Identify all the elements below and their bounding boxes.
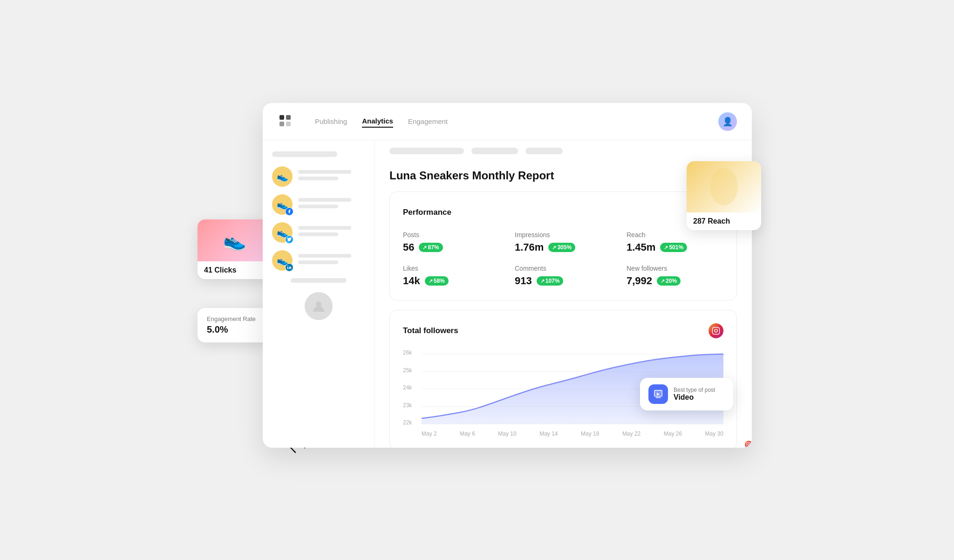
performance-card: Performance Posts (389, 191, 737, 300)
metric-likes-label: Likes (403, 265, 500, 272)
sidebar-avatar-instagram: 👟 (272, 166, 293, 187)
sidebar-line (298, 198, 351, 202)
float-reach-image (687, 161, 761, 212)
sidebar: 👟 👟 (263, 140, 375, 448)
float-reach-card: 287 Reach (687, 161, 761, 230)
sidebar-lines-1 (298, 170, 365, 183)
sidebar-item-linkedin[interactable]: 👟 (272, 250, 365, 271)
svg-rect-0 (279, 115, 284, 120)
svg-rect-4 (747, 443, 750, 446)
y-axis: 26k 25k 24k 23k 22k (403, 349, 422, 437)
sidebar-line (298, 232, 338, 236)
sidebar-line (298, 170, 351, 174)
sidebar-item-twitter[interactable]: 👟 (272, 222, 365, 243)
followers-instagram-icon (709, 323, 723, 338)
svg-point-15 (717, 328, 718, 329)
y-label-25k: 25k (403, 367, 422, 374)
sidebar-line (298, 177, 338, 180)
float-clicks-image: 👟 (198, 219, 272, 261)
sidebar-bottom-bar (291, 278, 347, 283)
metrics-grid: Posts 56 87% Impressions 1.76m 305% (403, 231, 723, 287)
y-label-24k: 24k (403, 384, 422, 391)
metric-impressions-label: Impressions (515, 231, 612, 239)
svg-rect-22 (654, 390, 662, 396)
engagement-rate-value: 5.0% (207, 324, 263, 335)
svg-rect-1 (286, 115, 291, 120)
x-label-may18: May 18 (581, 430, 599, 437)
metric-reach-label: Reach (627, 231, 723, 239)
sidebar-lines-3 (298, 226, 365, 239)
svg-point-6 (750, 443, 750, 444)
y-label-23k: 23k (403, 402, 422, 409)
filter-pill-2[interactable] (471, 148, 518, 154)
metric-likes-value: 14k (403, 275, 420, 287)
sidebar-line (298, 226, 351, 230)
metric-impressions-value: 1.76m (515, 241, 544, 253)
sidebar-lines-2 (298, 198, 365, 211)
svg-point-5 (748, 444, 749, 445)
engagement-rate-title: Engagement Rate (207, 315, 263, 322)
metric-impressions-value-row: 1.76m 305% (515, 241, 612, 253)
metric-new-followers-value-row: 7,992 20% (627, 275, 723, 287)
metric-comments-badge: 107% (537, 276, 564, 286)
metric-new-followers-badge: 20% (657, 276, 681, 286)
nav-engagement[interactable]: Engagement (408, 116, 448, 127)
metric-reach-badge: 501% (660, 243, 687, 252)
svg-rect-13 (713, 328, 720, 335)
report-title: Luna Sneakers Monthly Report (389, 169, 554, 182)
facebook-badge (285, 207, 293, 216)
metric-likes-badge: 58% (425, 276, 449, 286)
metric-posts-label: Posts (403, 231, 500, 239)
svg-point-14 (715, 329, 717, 332)
metric-impressions: Impressions 1.76m 305% (515, 231, 612, 253)
svg-rect-24 (656, 397, 661, 398)
best-post-title: Best type of post (674, 387, 715, 393)
metric-new-followers: New followers 7,992 20% (627, 265, 723, 287)
metric-new-followers-value: 7,992 (627, 275, 652, 287)
metric-likes-value-row: 14k 58% (403, 275, 500, 287)
best-post-value: Video (674, 393, 715, 402)
best-post-text: Best type of post Video (674, 387, 715, 402)
float-engagement-card: Engagement Rate 5.0% (198, 308, 272, 342)
metric-posts: Posts 56 87% (403, 231, 500, 253)
sidebar-avatar-twitter: 👟 (272, 222, 293, 243)
navigation: Publishing Analytics Engagement 👤 (263, 103, 752, 140)
instagram-badge (744, 440, 752, 448)
filter-pill-1[interactable] (389, 148, 464, 154)
filter-pill-3[interactable] (525, 148, 563, 154)
metric-impressions-badge: 305% (548, 243, 575, 252)
sidebar-profile-avatar[interactable] (305, 292, 333, 320)
sidebar-lines-4 (298, 254, 365, 267)
user-avatar[interactable]: 👤 (718, 112, 737, 131)
nav-publishing[interactable]: Publishing (315, 116, 347, 127)
metric-comments: Comments 913 107% (515, 265, 612, 287)
logo[interactable] (278, 113, 293, 130)
x-label-may6: May 6 (460, 430, 475, 437)
sidebar-line (298, 205, 338, 208)
x-label-may30: May 30 (705, 430, 723, 437)
metric-reach: Reach 1.45m 501% (627, 231, 723, 253)
sidebar-search-bar (272, 151, 337, 157)
best-post-icon (648, 384, 668, 404)
x-label-may22: May 22 (622, 430, 641, 437)
nav-analytics[interactable]: Analytics (362, 115, 393, 128)
performance-card-header: Performance (403, 205, 723, 220)
sidebar-avatar-linkedin: 👟 (272, 250, 293, 271)
float-reach-label: 287 Reach (687, 212, 761, 230)
twitter-badge (285, 235, 293, 244)
x-label-may2: May 2 (422, 430, 437, 437)
sidebar-item-facebook[interactable]: 👟 (272, 194, 365, 215)
metric-comments-value-row: 913 107% (515, 275, 612, 287)
x-label-may26: May 26 (664, 430, 682, 437)
sidebar-line (298, 260, 338, 264)
svg-rect-2 (279, 122, 284, 126)
sidebar-line (298, 254, 351, 258)
y-label-22k: 22k (403, 419, 422, 426)
performance-title: Performance (403, 208, 451, 217)
metric-posts-badge: 87% (419, 243, 443, 252)
metric-reach-value-row: 1.45m 501% (627, 241, 723, 253)
svg-point-21 (710, 168, 738, 205)
y-label-26k: 26k (403, 349, 422, 356)
sidebar-item-instagram[interactable]: 👟 (272, 166, 365, 187)
followers-chart-header: Total followers (403, 323, 723, 338)
